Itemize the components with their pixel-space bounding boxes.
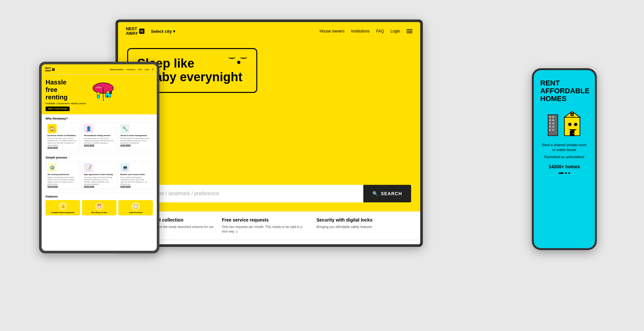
process-card-2: 💻 Monitor your house online House-update… [118,161,153,189]
tablet-navbar: NEST AWAY N House owners Institutions FA… [42,64,157,75]
tablet-feature-icon-2: 📋 [131,202,140,210]
feature-title-2: Security with digital locks [316,217,403,223]
tablet-divider-2 [46,193,153,193]
monitor-screen: NEST AWAY N Select city ▾ House owners I… [118,22,420,244]
svg-rect-10 [549,116,551,118]
nav-login[interactable]: Login [391,29,400,33]
why-nestaway-title: Why Nestaway? [46,117,153,120]
tablet-hamburger[interactable]: ☰ [152,68,154,70]
feature-desc-2: Bringing you affordable safety features [316,225,403,229]
sleeping-eye-left [228,56,235,59]
tablet-screen: NEST AWAY N House owners Institutions FA… [42,64,157,251]
nav-faq[interactable]: FAQ [376,29,384,33]
why-show-more-0[interactable]: SHOW MORE [47,146,78,148]
sleeping-nose [237,61,240,64]
feature-title-1: Free service requests [222,217,309,223]
svg-point-27 [573,133,574,134]
umbrella-svg: N [88,79,118,105]
desktop-monitor: NEST AWAY N Select city ▾ House owners I… [115,19,423,247]
sleeping-eyes [228,56,247,59]
why-cards-row: 🏠 Exclusive homes on Nestaway Homes on N… [46,122,153,150]
search-icon: 🔍 [372,191,378,196]
svg-rect-14 [549,122,551,124]
process-show-more-0[interactable]: SHOW MORE [47,185,78,187]
simple-process-title: Simple process [46,156,153,159]
tablet-device: NEST AWAY N House owners Institutions FA… [39,62,159,253]
tablet-hero-illustration: N [88,79,121,106]
monitor-bottom-bar [118,240,420,244]
monitor-nav-links: House owners Institutions FAQ Login [320,29,412,33]
svg-rect-16 [549,126,551,128]
sleeping-eye-right [240,56,247,59]
process-show-more-2[interactable]: SHOW MORE [120,185,151,187]
nav-house-owners[interactable]: House owners [320,29,345,33]
process-card-title-0: Set renting preferences [47,173,78,175]
process-card-title-2: Monitor your house online [120,173,151,175]
svg-rect-18 [549,129,551,131]
process-card-text-1: Nestaway's legal team handles all legal … [84,176,114,185]
svg-rect-17 [552,126,554,128]
phone-illustration: N [540,108,588,137]
tablet-hero-subtitle: Profitable • Convenient • Holistic servi… [46,102,86,105]
tablet-divider-1 [46,154,153,154]
hamburger-menu[interactable] [407,29,412,33]
svg-rect-8 [97,95,100,98]
svg-point-22 [568,123,571,126]
sleeping-face-decoration [228,56,247,64]
why-show-more-2[interactable]: SHOW MORE [120,144,151,146]
search-input-wrapper[interactable]: Enter location / landmark / preference [127,185,363,202]
search-button-label: SEARCH [381,191,402,196]
phone-dot-2 [568,172,570,174]
tablet-hero: Hasslefreerenting Profitable • Convenien… [42,75,157,114]
feature-desc-1: Only two requests per month. This needs … [222,225,309,234]
city-label: Select city [151,29,172,34]
features-section-title: Features [46,195,153,198]
tablet-feature-label-2: Legal all covered [129,211,142,213]
why-show-more-1[interactable]: SHOW MORE [84,144,114,146]
tablet-nav-faq[interactable]: FAQ [138,69,142,70]
svg-rect-11 [552,116,554,118]
features-row-tablet: 👍 Complete tenant management ⏰ Rent alwa… [46,200,153,215]
process-card-icon-1: 📝 [84,163,93,172]
svg-rect-12 [549,119,551,121]
phone-house-svg: N [546,108,582,137]
why-card-text-1: Interested people can visit and our rela… [84,137,114,144]
process-card-text-0: Begin by sharing basic house details. Se… [47,176,78,185]
tablet-feature-icon-0: 👍 [59,202,67,210]
tablet-logo-text: NEST AWAY [45,67,51,72]
city-selector[interactable]: Select city ▾ [151,29,175,34]
process-card-0: ⚙️ Set renting preferences Begin by shar… [46,161,80,189]
why-card-text-0: Homes on Nestaway can't be found anywher… [47,137,78,146]
process-card-icon-0: ⚙️ [47,163,57,172]
svg-rect-4 [107,95,108,97]
why-card-1: 👤 Personalised renting service Intereste… [82,122,116,150]
search-section: Enter location / landmark / preference 🔍… [118,180,420,211]
svg-rect-19 [552,129,554,131]
process-cards-row: ⚙️ Set renting preferences Begin by shar… [46,161,153,189]
process-show-more-1[interactable]: SHOW MORE [84,185,114,187]
svg-point-7 [97,92,100,95]
feature-item-2: Security with digital locks Bringing you… [316,217,411,234]
tablet-feature-card-1: ⏰ Rent always on time [82,200,116,215]
tablet-hero-title: Hasslefreerenting [46,79,86,101]
svg-rect-15 [552,122,554,124]
phone-dot-0 [558,172,564,174]
process-card-icon-2: 💻 [120,163,129,172]
tablet-rent-house-button[interactable]: RENT YOUR HOUSE [46,107,70,111]
nav-institutions[interactable]: Institutions [351,29,369,33]
tablet-feature-card-0: 👍 Complete tenant management [46,200,80,215]
process-card-text-2: House-updates (photographic, maintenance… [120,176,151,185]
tablet-nav-institutions[interactable]: Institutions [126,69,136,70]
phone-count: 14200+ homes [540,164,588,169]
phone-desc2: Furnished or unfurnished [540,155,588,159]
phone-screen: RENT AFFORDABLE HOMES [534,70,595,248]
tablet-nav-login[interactable]: Login [144,69,149,70]
search-button[interactable]: 🔍 SEARCH [363,185,411,202]
tablet-nav-house-owners[interactable]: House owners [110,69,124,70]
tablet-feature-label-0: Complete tenant management [51,211,74,213]
tablet-feature-icon-1: ⏰ [95,202,103,210]
svg-point-23 [574,123,577,126]
phone-dots [540,172,588,174]
why-card-title-0: Exclusive homes on Nestaway [47,134,78,136]
monitor-logo: NEST AWAY N [126,27,144,36]
